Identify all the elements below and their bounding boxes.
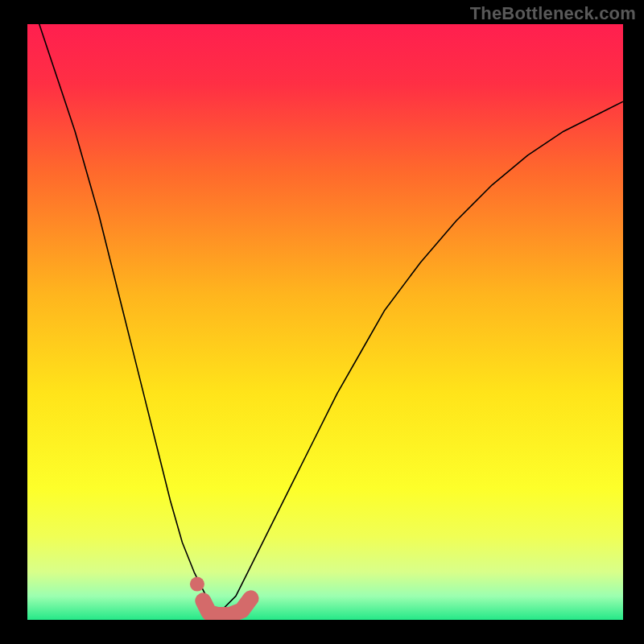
plot-background-gradient [27,24,623,620]
outer-black-frame: TheBottleneck.com [0,0,644,644]
highlight-dot [190,577,204,592]
watermark-text: TheBottleneck.com [470,3,636,24]
chart-svg [0,0,644,644]
